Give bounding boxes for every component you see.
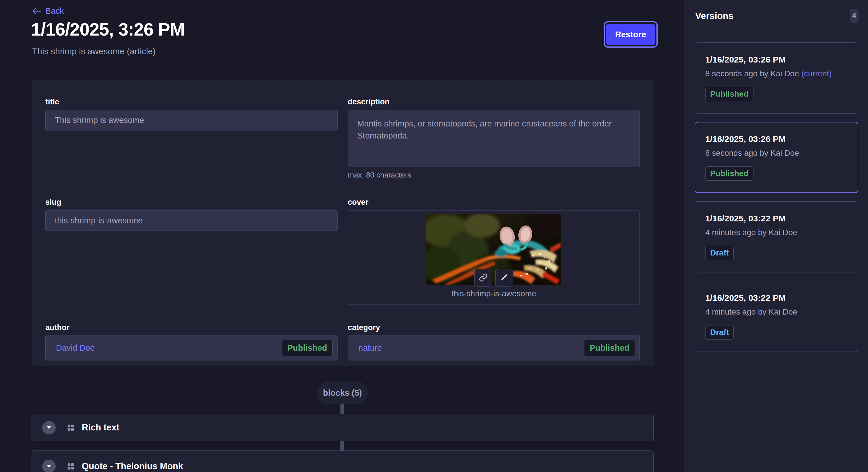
description-hint: max. 80 characters bbox=[348, 171, 640, 179]
author-relation-link[interactable]: David Doe bbox=[56, 343, 95, 353]
category-relation-row: nature Published bbox=[348, 336, 640, 361]
field-category-label: category bbox=[348, 323, 640, 332]
field-title: title This shrimp is awesome bbox=[45, 98, 338, 131]
version-card-selected[interactable]: 1/16/2025, 03:26 PM 8 seconds ago by Kai… bbox=[694, 122, 858, 193]
version-date: 1/16/2025, 03:22 PM bbox=[705, 214, 848, 224]
version-date: 1/16/2025, 03:26 PM bbox=[705, 134, 848, 144]
caret-down-icon bbox=[47, 426, 51, 429]
back-link[interactable]: Back bbox=[32, 6, 64, 16]
field-description-label: description bbox=[348, 98, 640, 106]
version-card[interactable]: 1/16/2025, 03:22 PM 4 minutes ago by Kai… bbox=[694, 281, 858, 352]
edit-media-button[interactable] bbox=[495, 269, 513, 286]
cover-caption: this-shrimp-is-awesome bbox=[348, 289, 640, 298]
field-slug-label: slug bbox=[45, 198, 338, 207]
version-card[interactable]: 1/16/2025, 03:22 PM 4 minutes ago by Kai… bbox=[694, 201, 858, 272]
copy-link-button[interactable] bbox=[474, 269, 492, 286]
author-relation-row: David Doe Published bbox=[45, 336, 338, 361]
field-title-label: title bbox=[45, 98, 338, 106]
version-status-badge: Draft bbox=[705, 246, 734, 260]
block-label: Quote - Thelonius Monk bbox=[82, 461, 183, 471]
version-meta: 8 seconds ago by Kai Doe (current) bbox=[705, 69, 848, 78]
component-grid-icon bbox=[67, 462, 75, 471]
blocks-connector-line bbox=[340, 441, 344, 450]
field-cover-label: cover bbox=[348, 198, 640, 207]
field-description: description Mantis shrimps, or stomatopo… bbox=[348, 98, 640, 179]
description-textarea[interactable]: Mantis shrimps, or stomatopods, are mari… bbox=[348, 110, 640, 167]
versions-title: Versions bbox=[695, 11, 733, 21]
category-relation-link[interactable]: nature bbox=[359, 343, 382, 353]
page-title: 1/16/2025, 3:26 PM bbox=[31, 19, 185, 40]
restore-button[interactable]: Restore bbox=[606, 24, 655, 45]
version-preview-card: title This shrimp is awesome description… bbox=[32, 80, 654, 366]
back-arrow-icon bbox=[32, 7, 41, 15]
link-icon bbox=[479, 273, 488, 282]
expand-block-button[interactable] bbox=[42, 460, 56, 472]
block-item-quote[interactable]: Quote - Thelonius Monk bbox=[32, 450, 654, 472]
author-status-badge: Published bbox=[282, 340, 333, 356]
category-status-badge: Published bbox=[584, 340, 635, 356]
component-grid-icon bbox=[67, 424, 75, 432]
version-status-badge: Draft bbox=[705, 325, 734, 339]
slug-input[interactable]: this-shrimp-is-awesome bbox=[45, 210, 338, 231]
version-date: 1/16/2025, 03:22 PM bbox=[705, 293, 848, 303]
version-card[interactable]: 1/16/2025, 03:26 PM 8 seconds ago by Kai… bbox=[694, 42, 858, 113]
field-cover: cover bbox=[348, 198, 640, 305]
version-date: 1/16/2025, 03:26 PM bbox=[705, 55, 848, 65]
current-version-tag: (current) bbox=[801, 69, 832, 78]
version-status-badge: Published bbox=[705, 87, 753, 101]
field-author-label: author bbox=[45, 323, 338, 332]
block-item-rich-text[interactable]: Rich text bbox=[32, 414, 654, 441]
block-label: Rich text bbox=[82, 423, 119, 433]
title-input[interactable]: This shrimp is awesome bbox=[45, 110, 338, 131]
field-category: category nature Published bbox=[348, 323, 640, 361]
versions-sidebar: Versions 4 1/16/2025, 03:26 PM 8 seconds… bbox=[685, 0, 868, 472]
version-status-badge: Published bbox=[705, 166, 753, 181]
version-meta: 4 minutes ago by Kai Doe bbox=[705, 307, 848, 316]
back-label: Back bbox=[45, 6, 64, 16]
main-content: Back 1/16/2025, 3:26 PM This shrimp is a… bbox=[0, 0, 685, 472]
field-slug: slug this-shrimp-is-awesome bbox=[45, 198, 338, 231]
cover-image-actions bbox=[474, 269, 513, 286]
blocks-connector-line bbox=[340, 404, 344, 414]
versions-count-badge: 4 bbox=[849, 9, 859, 23]
expand-block-button[interactable] bbox=[42, 421, 56, 434]
field-author: author David Doe Published bbox=[45, 323, 338, 361]
version-list: 1/16/2025, 03:26 PM 8 seconds ago by Kai… bbox=[685, 32, 868, 362]
page-subtitle: This shrimp is awesome (article) bbox=[32, 46, 156, 56]
cover-media-box: this-shrimp-is-awesome bbox=[348, 210, 640, 305]
versions-header: Versions 4 bbox=[685, 0, 868, 32]
pencil-icon bbox=[500, 274, 508, 281]
blocks-count-pill: blocks (5) bbox=[317, 381, 368, 404]
version-meta: 8 seconds ago by Kai Doe bbox=[705, 148, 848, 158]
restore-button-focus-ring: Restore bbox=[603, 21, 658, 47]
version-meta: 4 minutes ago by Kai Doe bbox=[705, 228, 848, 237]
caret-down-icon bbox=[47, 465, 51, 468]
